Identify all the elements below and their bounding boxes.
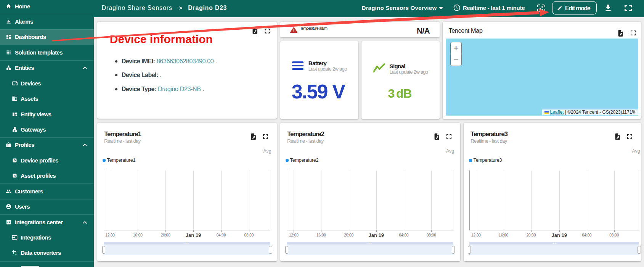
svg-text:A: A — [13, 174, 16, 178]
svg-text:D: D — [13, 159, 16, 162]
